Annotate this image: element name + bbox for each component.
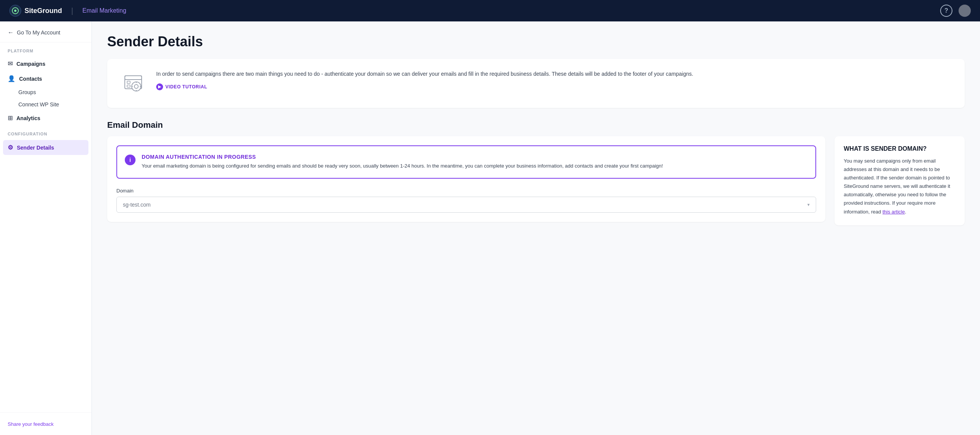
- logo[interactable]: SiteGround: [9, 5, 62, 17]
- help-button[interactable]: ?: [940, 5, 952, 17]
- platform-section-label: PLATFORM: [0, 42, 91, 56]
- sidebar-item-sender-details[interactable]: ⚙ Sender Details: [3, 140, 88, 155]
- sidebar: ← Go To My Account PLATFORM ✉ Campaigns …: [0, 21, 92, 435]
- analytics-label: Analytics: [16, 115, 40, 121]
- sidebar-item-campaigns[interactable]: ✉ Campaigns: [0, 56, 91, 71]
- topnav-right: ?: [940, 5, 971, 17]
- chevron-down-icon: ▾: [807, 202, 810, 207]
- this-article-link[interactable]: this article: [882, 209, 905, 215]
- domain-select[interactable]: sg-test.com ▾: [116, 197, 816, 213]
- product-name: Email Marketing: [82, 7, 126, 14]
- domain-field-label: Domain: [116, 188, 816, 194]
- svg-point-2: [14, 10, 16, 12]
- side-info-card: WHAT IS SENDER DOMAIN? You may send camp…: [835, 136, 965, 225]
- configuration-section-label: CONFIGURATION: [0, 125, 91, 139]
- domain-alert: i DOMAIN AUTHENTICATION IN PROGRESS Your…: [116, 145, 816, 179]
- info-icon-wrapper: [119, 70, 147, 97]
- side-info-title: WHAT IS SENDER DOMAIN?: [844, 145, 956, 152]
- nav-divider: |: [71, 7, 73, 15]
- sender-details-icon: ⚙: [8, 144, 13, 151]
- sender-details-illustration: [122, 72, 145, 95]
- sidebar-footer: Share your feedback: [0, 412, 91, 435]
- avatar-button[interactable]: [959, 5, 971, 17]
- side-info-text-before-link: You may send campaigns only from email a…: [844, 158, 950, 215]
- info-text-block: In order to send campaigns there are two…: [156, 70, 952, 90]
- back-label: Go To My Account: [17, 29, 60, 36]
- play-icon: ▶: [156, 83, 163, 90]
- svg-rect-6: [127, 85, 130, 87]
- svg-rect-5: [127, 81, 130, 83]
- svg-point-7: [132, 82, 141, 91]
- contacts-icon: 👤: [8, 75, 15, 82]
- sidebar-item-contacts[interactable]: 👤 Contacts: [0, 71, 91, 86]
- page-title: Sender Details: [107, 34, 965, 50]
- sender-details-label: Sender Details: [17, 145, 54, 151]
- back-arrow-icon: ←: [8, 29, 14, 36]
- campaigns-label: Campaigns: [16, 61, 45, 67]
- siteground-logo-icon: [9, 5, 21, 17]
- sidebar-item-groups[interactable]: Groups: [0, 86, 91, 98]
- logo-text: SiteGround: [24, 7, 62, 15]
- alert-content: DOMAIN AUTHENTICATION IN PROGRESS Your e…: [142, 154, 808, 170]
- video-link-label: VIDEO TUTORIAL: [165, 84, 207, 90]
- info-description: In order to send campaigns there are two…: [156, 70, 952, 78]
- email-domain-title: Email Domain: [107, 120, 965, 130]
- alert-body: Your email marketing domain is being con…: [142, 162, 808, 170]
- side-info-text-after-link: .: [905, 209, 906, 215]
- domain-main-column: i DOMAIN AUTHENTICATION IN PROGRESS Your…: [107, 136, 825, 225]
- feedback-link[interactable]: Share your feedback: [8, 421, 54, 427]
- domain-value: sg-test.com: [123, 202, 150, 208]
- alert-title: DOMAIN AUTHENTICATION IN PROGRESS: [142, 154, 808, 160]
- info-alert-icon: i: [125, 155, 136, 165]
- svg-rect-4: [125, 76, 142, 80]
- connect-wp-label: Connect WP Site: [18, 101, 59, 108]
- domain-side-column: WHAT IS SENDER DOMAIN? You may send camp…: [835, 136, 965, 225]
- video-tutorial-link[interactable]: ▶ VIDEO TUTORIAL: [156, 83, 207, 90]
- groups-label: Groups: [18, 89, 36, 95]
- side-info-body: You may send campaigns only from email a…: [844, 157, 956, 216]
- info-card: In order to send campaigns there are two…: [107, 59, 965, 108]
- analytics-icon: ⊞: [8, 114, 13, 122]
- contacts-label: Contacts: [19, 76, 42, 82]
- back-to-account-link[interactable]: ← Go To My Account: [0, 21, 91, 42]
- sidebar-item-analytics[interactable]: ⊞ Analytics: [0, 111, 91, 125]
- main-layout: ← Go To My Account PLATFORM ✉ Campaigns …: [0, 21, 980, 435]
- main-content: Sender Details In order to send: [92, 21, 980, 435]
- domain-card: i DOMAIN AUTHENTICATION IN PROGRESS Your…: [107, 136, 825, 222]
- campaigns-icon: ✉: [8, 60, 13, 67]
- two-column-layout: i DOMAIN AUTHENTICATION IN PROGRESS Your…: [107, 136, 965, 225]
- topnav-left: SiteGround | Email Marketing: [9, 5, 126, 17]
- sidebar-item-connect-wp[interactable]: Connect WP Site: [0, 98, 91, 111]
- top-navigation: SiteGround | Email Marketing ?: [0, 0, 980, 21]
